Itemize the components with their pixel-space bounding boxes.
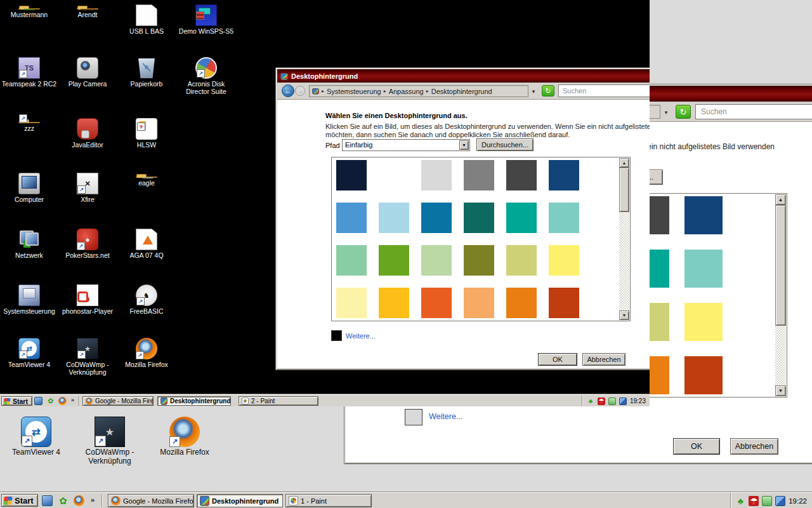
computer-icon [18, 173, 40, 194]
avira-icon[interactable]: ☂ [749, 496, 759, 506]
list-scrollbar[interactable]: ▲ ▼ [775, 194, 786, 396]
system-tray: ♣☂19:23 [582, 395, 650, 406]
more-colors-link: Weitere... [346, 332, 376, 340]
color-swatch[interactable] [684, 303, 723, 341]
battery-icon[interactable] [762, 496, 772, 506]
teamspeak-shortcut-icon: TS [18, 57, 40, 79]
color-swatch-grid [336, 160, 579, 318]
desktop-icon-netzwerk: Netzwerk [0, 229, 58, 259]
task-label: Desktophintergrund [212, 497, 278, 505]
acronis-shortcut-icon [195, 57, 217, 79]
network-icon [619, 398, 627, 405]
folder-shortcut-icon [18, 122, 40, 123]
color-swatch [379, 288, 409, 318]
scroll-up-icon: ▲ [619, 158, 629, 168]
firefox-icon [86, 398, 93, 404]
color-swatch [464, 160, 494, 190]
show-desktop-icon[interactable] [42, 495, 53, 506]
breadcrumb-item: Systemsteuerung [327, 88, 381, 95]
swatch-row [336, 288, 579, 318]
freebasic-shortcut-glyph: ♞ [136, 285, 157, 305]
desktop-icon-label: Netzwerk [0, 251, 58, 259]
desktop-icon-label: Demo WinSPS-S5 [177, 27, 235, 35]
color-swatch [549, 160, 579, 190]
pokerstars-shortcut-icon: ♠ [77, 229, 98, 250]
network-icon[interactable] [775, 496, 785, 506]
desktop-icon-mozilla-firefox: Mozilla Firefox [117, 338, 176, 368]
scroll-down-button[interactable]: ▼ [775, 385, 786, 396]
recycle-bin-icon [136, 57, 157, 79]
color-swatch [506, 245, 537, 276]
taskbar-button-google-mozilla-firefox[interactable]: Google - Mozilla Firefox [108, 494, 194, 507]
wallpaper-dialog-titlebar: Desktophintergrund [277, 69, 650, 83]
firefox-icon[interactable] [74, 495, 84, 506]
desktop-icon-papierkorb: Papierkorb [117, 57, 176, 88]
ok-button[interactable]: OK [673, 438, 720, 455]
back-icon: ← [282, 84, 294, 97]
desktop-icon-label: HLSW [117, 141, 176, 149]
desktop-icon-label: Teamspeak 2 RC2 [0, 80, 58, 88]
teamviewer-shortcut-icon: ⇄ [21, 417, 51, 447]
desktop-icon-label: zzz [0, 124, 58, 132]
desktop-icon-eagle: eagle [117, 173, 176, 187]
desktop-icon-label: Xfire [58, 196, 117, 203]
cancel-button[interactable]: Abbrechen [730, 438, 778, 455]
icq-clover-icon[interactable]: ♣ [735, 496, 745, 506]
desktop-icon-label: eagle [117, 179, 176, 187]
current-color-swatch[interactable] [405, 409, 422, 425]
desktop-icon-codwawmp-verkn-pfung: ★CoDWaWmp - Verknüpfung [58, 338, 117, 376]
address-bar: ← → ▸Systemsteuerung▸Anpassung▸Desktophi… [277, 83, 650, 100]
path-dropdown: Einfarbig ▼ [342, 139, 470, 151]
breadcrumb-dropdown-icon: ▼ [531, 89, 536, 95]
search-input: Suchen [558, 84, 650, 97]
desktop-icon-label: TeamViewer 4 [0, 361, 58, 368]
monitor-icon [200, 496, 209, 505]
more-colors-link[interactable]: Weitere... [429, 412, 462, 421]
scroll-up-button[interactable]: ▲ [775, 194, 786, 205]
dropdown-arrow-icon: ▼ [459, 140, 469, 150]
color-swatch[interactable] [684, 250, 723, 288]
breadcrumb-dropdown-icon[interactable]: ▼ [664, 110, 669, 116]
wallpaper-dialog-window: Desktophintergrund ← → ▸Systemsteuerung▸… [275, 67, 650, 370]
desktop-icon-pokerstars-net: ♠PokerStars.net [58, 229, 117, 259]
scroll-thumb[interactable] [775, 205, 786, 326]
desktop-icon-xfire: ✕Xfire [58, 173, 117, 203]
desktop-icon-label[interactable]: Mozilla Firefox [149, 448, 220, 457]
desktop-icon-play-camera: Play Camera [58, 57, 117, 88]
search-input[interactable]: Suchen [695, 104, 812, 119]
desktop-screen: ⇄TeamViewer 4★CoDWaWmp - VerknüpfungMozi… [0, 0, 812, 508]
color-swatch [506, 288, 537, 318]
color-swatch [421, 288, 452, 318]
color-swatch [421, 203, 452, 233]
task-label: Google - Mozilla Firefox [123, 497, 194, 505]
color-swatch[interactable] [684, 356, 723, 394]
codwaw-star-shortcut-glyph: ★ [95, 417, 124, 446]
taskbar-button-1-paint[interactable]: 1 - Paint [285, 494, 372, 507]
icq-flower-icon[interactable]: ✿ [58, 495, 69, 506]
desktop-icon-teamviewer-4[interactable]: ⇄TeamViewer 4 [1, 417, 72, 457]
dialog-description-line2: möchten, dann suchen Sie danach und dopp… [325, 131, 570, 138]
taskbar-clock: 19:23 [630, 398, 646, 404]
firefox-icon [111, 496, 121, 505]
task-label: 2 - Paint [251, 398, 275, 404]
window-icon [280, 73, 288, 79]
desktop-icon-label[interactable]: TeamViewer 4 [1, 448, 72, 457]
refresh-button[interactable]: ↻ [676, 105, 691, 119]
color-swatch[interactable] [684, 196, 723, 234]
teamviewer-shortcut-icon: ⇄ [18, 338, 40, 359]
winsps-shortcut-icon [195, 4, 217, 26]
desktop-icon-mozilla-firefox[interactable]: Mozilla Firefox [149, 417, 220, 457]
taskbar-button-desktophintergrund[interactable]: Desktophintergrund [197, 494, 283, 507]
start-button: Start [1, 396, 32, 406]
desktop-icon-label: Acronis Disk Director Suite [177, 80, 235, 95]
xfire-shortcut-icon: ✕ [77, 173, 98, 194]
desktop-icon-label: Mustermann [0, 11, 58, 18]
quick-launch-overflow-icon[interactable]: » [91, 496, 95, 504]
start-button[interactable]: Start [1, 494, 38, 507]
cancel-button: Abbrechen [582, 353, 625, 366]
color-swatch [549, 245, 579, 276]
color-swatch [379, 160, 409, 190]
desktop-icon-codwawmp-verkn-pfung[interactable]: ★CoDWaWmp - Verknüpfung [74, 417, 145, 466]
teamviewer-shortcut-glyph: ⇄ [19, 338, 39, 359]
desktop-icon-label[interactable]: CoDWaWmp - Verknüpfung [74, 448, 145, 466]
